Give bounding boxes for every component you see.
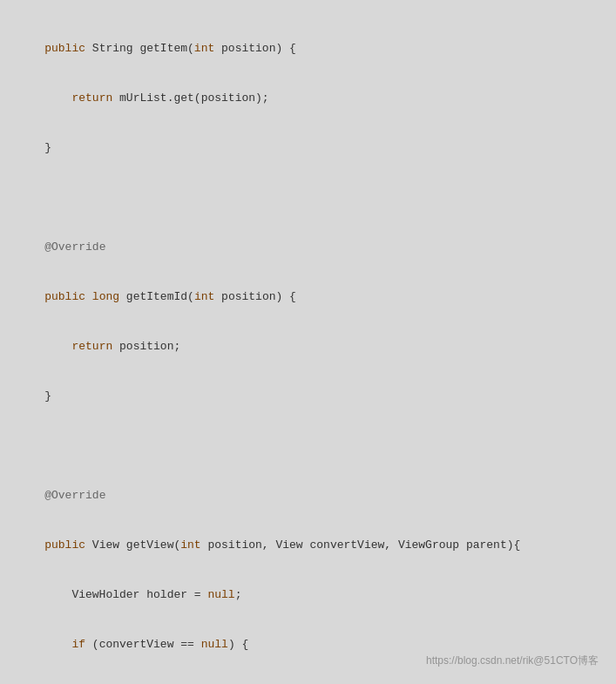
code-line: public long getItemId(int position) { xyxy=(17,288,599,305)
code-line: public String getItem(int position) { xyxy=(17,40,599,57)
code-line: public View getView(int position, View c… xyxy=(17,537,599,553)
code-line: @Override xyxy=(17,239,599,255)
code-line: if (convertView == null) { xyxy=(17,636,599,653)
code-container: public String getItem(int position) { re… xyxy=(0,0,616,684)
code-block: public String getItem(int position) { re… xyxy=(0,7,616,684)
watermark: https://blog.csdn.net/rik@51CTO博客 xyxy=(426,654,599,668)
code-line: return position; xyxy=(17,338,599,355)
code-line: } xyxy=(17,388,599,404)
code-line xyxy=(17,437,599,454)
code-line: } xyxy=(17,139,599,156)
code-line: @Override xyxy=(17,487,599,504)
code-line: return mUrList.get(position); xyxy=(17,90,599,106)
code-line: ViewHolder holder = null; xyxy=(17,586,599,603)
code-line xyxy=(17,189,599,206)
